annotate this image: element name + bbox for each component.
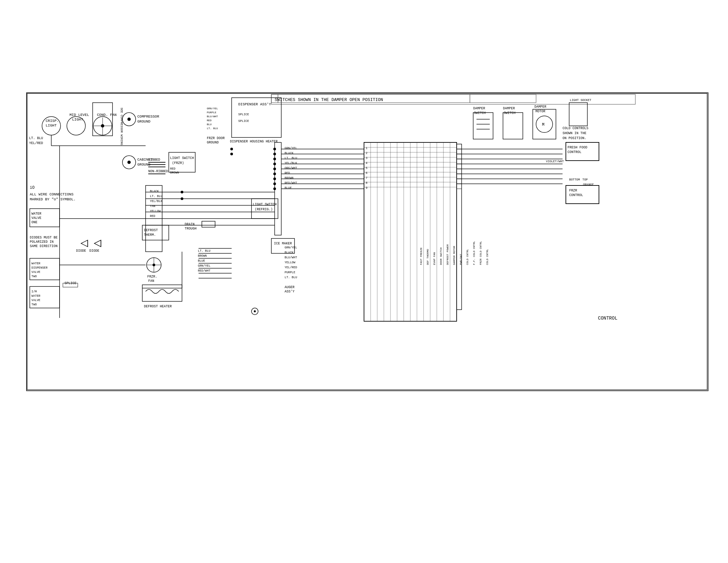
non-ribbed-label: NON-RIBBED [148,169,168,173]
lt-blu-ice-label: LT. BLU [285,276,297,279]
top-label: TOP [582,178,588,181]
water-valve-one-label: WATER [31,212,41,215]
grn-yel-ice-label: GRN/YEL [285,246,297,249]
diode1-label: DIODE [76,249,86,253]
grn-yel-main-label: GRN/YEL [285,147,297,150]
light-socket-box [569,103,587,126]
pin8-label: 8 [366,181,367,185]
cold-cntrl-label: COLD CNTRL [466,249,469,265]
damper-switch2-box [503,113,523,139]
yellow-wire-label: YELLOW [150,210,161,213]
dispenser-housing-heater-label: DISPENSER HOUSING HEATER [230,140,278,143]
drain-trough-label: DRAIN [185,222,195,226]
fast-freeze-label: FAST FREEZE [420,247,423,265]
svg-text:LIGHT: LIGHT [46,123,57,127]
svg-text:(REFRIG.): (REFRIG.) [255,208,273,211]
red-wht-main-label: RED/WHT [285,181,297,185]
svg-text:SAME DIRECTION: SAME DIRECTION [30,244,58,248]
svg-text:GROUND: GROUND [137,119,151,123]
frzr-control-label: FRZR [569,189,577,192]
light-switch-frzr-label: LIGHT SWITCH [170,156,194,160]
control-label: CONTROL [598,316,617,321]
blu-wht-ice-label: BLU/WHT [285,256,297,259]
svg-text:CONTROL: CONTROL [569,193,583,197]
wiring-diagram: SWITCHES SHOWN IN THE DAMPER OPEN POSITI… [0,0,728,563]
brown-label: BROWN [170,171,179,174]
junc-b [181,197,183,200]
red-brown-label: RED [170,167,175,170]
junction-6 [273,172,276,175]
junc-d [230,153,233,155]
red-disp-label: RED [207,119,212,122]
crisp-light-label: CRISP. [46,119,59,123]
purple-ice-label: PURPLE [285,271,295,274]
frzr-fan-center [153,263,155,266]
cond-fan-label: COND. FAN [97,113,116,117]
switches-shown-label: SWITCHES SHOWN IN THE DAMPER OPEN POSITI… [275,97,383,102]
svg-text:VALVE: VALVE [31,216,41,220]
pin1-label: 1 [366,147,367,150]
pin3-label: 3 [366,157,367,160]
brown-main-label: BROWN [285,176,294,180]
io-label: iO [30,185,34,190]
junc-a [181,191,183,193]
defrost-heater-symbol [142,285,182,302]
damper-motor-label: DAMPER MOTOR [453,246,456,265]
im-water-valve-label: I/M [31,290,37,294]
compressor-ground-dot [127,117,131,121]
svg-text:WATER: WATER [31,295,41,298]
svg-text:LIGHT: LIGHT [72,117,83,121]
svg-text:SWITCH: SWITCH [474,111,486,115]
frzr-cold-cntrl-label: FRZR COLD CNTRL [479,241,482,265]
fresh-food-control-label: FRESH FOOD [568,146,587,149]
ground-dot [254,310,256,312]
purple-disp-label: PURPLE [207,111,216,114]
svg-text:ONE: ONE [31,220,37,224]
svg-rect-0 [26,93,708,391]
auger-assy-label: AUGER [285,286,295,289]
defrost-therm-label: DEFROST [144,228,158,232]
pin7-label: 7 [366,176,367,180]
blue-main-label: BLUE [285,186,292,190]
diodes-label: DIODES MUST BE [30,236,58,239]
svg-text:MARKED BY "o" SYMBOL.: MARKED BY "o" SYMBOL. [30,197,76,201]
yel-blk-wire-label: YEL/BLK [150,200,162,203]
defrost-therm-box [142,225,169,240]
defrost-heater-label: DEFROST HEATER [144,305,172,308]
yel-red-ice-label: YEL/RED [285,266,297,269]
org-wht-main-label: ORG/WHT [285,166,297,170]
damper-switch1-label: DAMPER [473,107,485,110]
junction-2 [273,153,276,155]
splice1-label: SPLICE [238,113,249,116]
svg-text:THERM.: THERM. [144,233,156,237]
splice2-label: SPLICE [238,119,249,123]
light-socket-label: LIGHT SOCKET [570,99,591,102]
red-main-label: RED [285,171,290,175]
light-switch-refrig-label: LIGHT SWITCH [253,203,277,206]
yel-blk-main-label: YEL/BLK [285,162,297,165]
svg-text:DISPENSER: DISPENSER [31,266,48,269]
cabinet-ground-dot [127,161,131,164]
junction-9 [273,187,276,190]
junction-8 [273,182,276,185]
diagram-svg: SWITCHES SHOWN IN THE DAMPER OPEN POSITI… [0,0,728,563]
ribbed-label: RIBBED [148,158,160,162]
defrost-heater-coil [146,290,179,294]
cold-cntrl2-label: COLD CNTRL [486,249,489,265]
water-dispenser-label: WATER [31,262,41,265]
mid-level-light-label: MID LEVEL [69,113,89,117]
diode2-label: DIODE [89,249,99,253]
orange-label: ORANGE [583,183,594,186]
def-thermo-label: DEF THERMO [426,249,429,265]
black-wire-label: BLACK [150,190,159,193]
lt-blu-label: LT. BLU [29,136,43,140]
dispenser-assy-label: DISPENSER ASS'Y [238,102,271,106]
cold-controls-label: COLD CONTROLS [563,126,588,130]
brown-center-label: BROWN [198,254,207,258]
junction-3 [273,158,276,160]
black-main-label: BLACK [285,152,294,155]
frzr-fan-label: FRZR. [147,275,157,278]
junction-1 [273,148,276,150]
all-wire-connections-label: ALL WIRE CONNECTIONS [30,192,73,196]
svg-text:TWO: TWO [31,275,37,278]
